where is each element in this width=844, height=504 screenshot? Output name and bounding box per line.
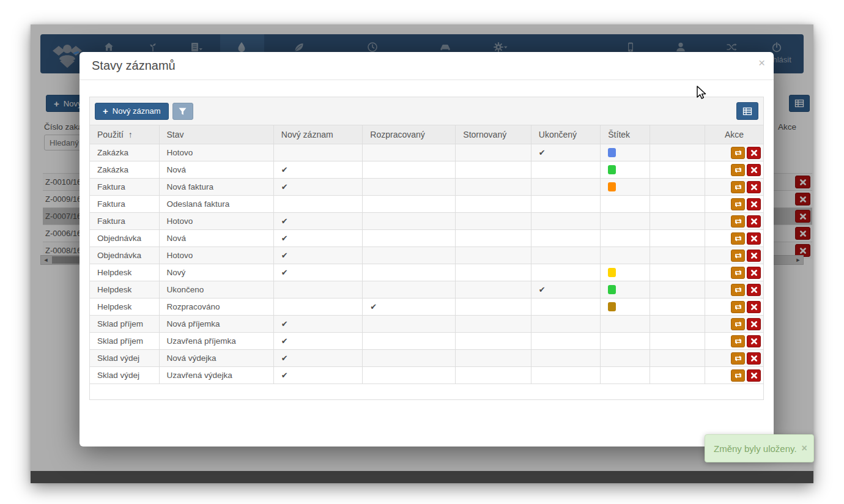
- cell-pouziti: Objednávka: [90, 247, 160, 264]
- cell-ukonceny: [531, 247, 601, 264]
- status-table-row[interactable]: FakturaNová faktura✔: [90, 179, 764, 196]
- move-record-button[interactable]: [731, 335, 745, 347]
- status-table-body: ZakázkaHotovo✔ZakázkaNová✔FakturaNová fa…: [90, 144, 764, 384]
- move-record-button[interactable]: [731, 267, 745, 279]
- cell-ukonceny: [531, 316, 601, 333]
- delete-record-button[interactable]: [747, 318, 761, 330]
- delete-record-button[interactable]: [747, 232, 761, 245]
- cell-novy-zaznam: [273, 281, 362, 298]
- status-table-row[interactable]: Sklad příjemNová příjemka✔: [90, 316, 764, 333]
- delete-record-button[interactable]: [747, 181, 761, 193]
- cell-stav: Uzavřená příjemka: [159, 333, 273, 350]
- header-stitek[interactable]: Štítek: [601, 125, 650, 144]
- move-arrows-icon: [734, 217, 742, 226]
- header-rozpracovany[interactable]: Rozpracovaný: [363, 125, 456, 144]
- cell-novy-zaznam: ✔: [273, 264, 362, 281]
- delete-record-button[interactable]: [747, 369, 761, 382]
- delete-record-button[interactable]: [747, 215, 761, 228]
- table-header-row: Použití↑ Stav Nový záznam Rozpracovaný S…: [90, 125, 764, 144]
- status-table-row[interactable]: ZakázkaHotovo✔: [90, 144, 764, 161]
- status-table-row[interactable]: Sklad výdejUzavřená výdejka✔: [90, 367, 764, 384]
- status-table-row[interactable]: HelpdeskNový✔: [90, 264, 764, 281]
- header-pouziti[interactable]: Použití↑: [90, 125, 160, 144]
- cell-stornovany: [456, 367, 531, 384]
- cell-rozpracovany: [363, 196, 456, 213]
- status-table-row[interactable]: ObjednávkaNová✔: [90, 230, 764, 247]
- move-arrows-icon: [734, 183, 742, 191]
- delete-record-button[interactable]: [747, 352, 761, 365]
- move-record-button[interactable]: [731, 232, 745, 245]
- status-table-row[interactable]: ZakázkaNová✔: [90, 161, 764, 179]
- delete-x-icon: [750, 303, 758, 311]
- cell-spacer: [650, 179, 705, 196]
- delete-record-button[interactable]: [747, 284, 761, 296]
- grid-toolbar: + Nový záznam: [89, 97, 764, 125]
- delete-x-icon: [750, 183, 758, 191]
- move-record-button[interactable]: [731, 198, 745, 210]
- cell-stornovany: [456, 213, 531, 230]
- delete-record-button[interactable]: [747, 250, 761, 262]
- status-table: Použití↑ Stav Nový záznam Rozpracovaný S…: [89, 125, 764, 400]
- header-stornovany[interactable]: Stornovaný: [456, 125, 531, 144]
- cell-akce: [705, 333, 764, 350]
- status-table-row[interactable]: Sklad výdejNová výdejka✔: [90, 350, 764, 367]
- header-novy-zaznam[interactable]: Nový záznam: [273, 125, 362, 144]
- status-table-row[interactable]: Sklad příjemUzavřená příjemka✔: [90, 333, 764, 350]
- close-icon[interactable]: ×: [758, 57, 765, 69]
- cell-rozpracovany: [363, 333, 456, 350]
- cell-stitek: [601, 281, 650, 298]
- move-record-button[interactable]: [731, 181, 745, 193]
- status-table-row[interactable]: HelpdeskUkončeno✔: [90, 281, 764, 298]
- label-color-swatch: [608, 165, 616, 174]
- delete-x-icon: [750, 234, 758, 243]
- cell-ukonceny: [531, 196, 601, 213]
- delete-record-button[interactable]: [747, 267, 761, 279]
- cell-stav: Nová: [159, 161, 273, 179]
- move-record-button[interactable]: [731, 352, 745, 365]
- cell-stornovany: [456, 144, 531, 161]
- delete-x-icon: [750, 149, 758, 157]
- cell-stav: Nová faktura: [159, 179, 273, 196]
- delete-record-button[interactable]: [747, 164, 761, 176]
- move-record-button[interactable]: [731, 284, 745, 296]
- status-table-row[interactable]: HelpdeskRozpracováno✔: [90, 298, 764, 316]
- cell-akce: [705, 196, 764, 213]
- status-table-row[interactable]: ObjednávkaHotovo✔: [90, 247, 764, 264]
- cell-stav: Ukončeno: [159, 281, 273, 298]
- status-modal: Stavy záznamů × + Nový záznam: [80, 52, 774, 447]
- move-record-button[interactable]: [731, 215, 745, 228]
- toast-close-icon[interactable]: ×: [802, 443, 807, 454]
- cell-rozpracovany: [363, 144, 456, 161]
- cell-rozpracovany: [363, 367, 456, 384]
- delete-record-button[interactable]: [747, 335, 761, 347]
- header-ukonceny[interactable]: Ukončený: [531, 125, 601, 144]
- label-color-swatch: [608, 148, 616, 157]
- new-record-button[interactable]: + Nový záznam: [95, 103, 169, 120]
- move-arrows-icon: [734, 354, 742, 363]
- cell-stornovany: [456, 230, 531, 247]
- move-arrows-icon: [734, 234, 742, 243]
- status-table-row[interactable]: FakturaOdeslaná faktura: [90, 196, 764, 213]
- delete-record-button[interactable]: [747, 198, 761, 210]
- table-view-button[interactable]: [736, 102, 758, 120]
- move-record-button[interactable]: [731, 164, 745, 176]
- cell-ukonceny: [531, 264, 601, 281]
- filter-button[interactable]: [172, 103, 193, 120]
- cell-pouziti: Zakázka: [90, 144, 160, 161]
- move-arrows-icon: [734, 286, 742, 294]
- cell-spacer: [650, 367, 705, 384]
- cell-stav: Hotovo: [159, 213, 273, 230]
- delete-record-button[interactable]: [747, 301, 761, 313]
- cell-akce: [705, 247, 764, 264]
- move-record-button[interactable]: [731, 369, 745, 382]
- cell-pouziti: Faktura: [90, 196, 160, 213]
- status-table-row[interactable]: FakturaHotovo✔: [90, 213, 764, 230]
- delete-record-button[interactable]: [747, 147, 761, 159]
- move-record-button[interactable]: [731, 301, 745, 313]
- cell-stornovany: [456, 333, 531, 350]
- move-record-button[interactable]: [731, 318, 745, 330]
- header-stav[interactable]: Stav: [159, 125, 273, 144]
- move-arrows-icon: [734, 303, 742, 311]
- move-record-button[interactable]: [731, 147, 745, 159]
- move-record-button[interactable]: [731, 250, 745, 262]
